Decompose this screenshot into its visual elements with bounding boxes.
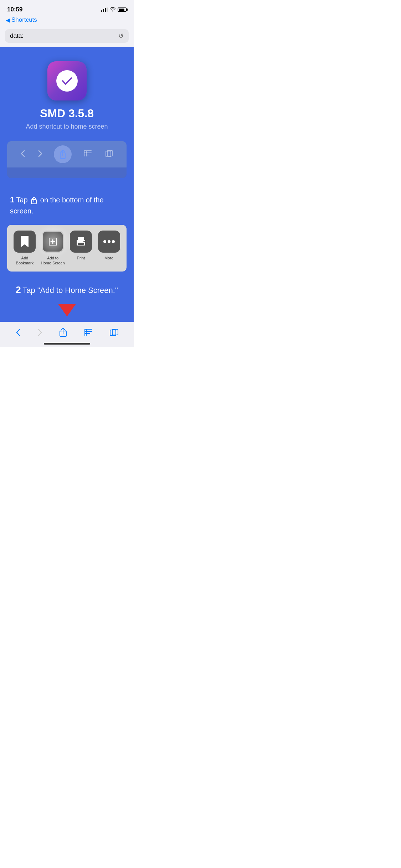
wifi-icon [110, 7, 115, 12]
safari-bottom-bar [0, 322, 134, 339]
status-icons [101, 7, 127, 12]
safari-back-btn[interactable] [12, 326, 24, 339]
step1-content: Tap [16, 196, 30, 204]
red-arrow-icon [56, 299, 78, 318]
signal-icon [101, 7, 108, 12]
forward-browser-btn[interactable] [37, 149, 44, 160]
tabs-browser-btn[interactable] [104, 148, 114, 161]
add-bookmark-label: AddBookmark [16, 255, 34, 266]
url-bar-container: data: ↺ [0, 26, 134, 47]
app-checkmark [56, 70, 78, 92]
status-time: 10:59 [7, 6, 22, 13]
back-browser-btn[interactable] [19, 149, 26, 160]
svg-point-9 [108, 240, 110, 243]
browser-mockup [0, 141, 134, 185]
add-home-icon [42, 231, 64, 253]
url-bar[interactable]: data: ↺ [5, 29, 129, 43]
share-sheet-frame: AddBookmark Add toHome Screen [7, 225, 127, 272]
safari-forward-btn[interactable] [34, 326, 46, 339]
svg-marker-11 [58, 304, 76, 316]
url-text: data: [10, 32, 24, 40]
safari-bookmarks-btn[interactable] [80, 326, 97, 339]
share-item-add-home[interactable]: Add toHome Screen [39, 231, 67, 266]
print-label: Print [77, 255, 85, 260]
red-arrow-container [0, 297, 134, 322]
bookmarks-browser-btn[interactable] [82, 149, 93, 160]
home-bar [44, 343, 90, 345]
safari-share-btn[interactable] [56, 326, 71, 339]
reload-button[interactable]: ↺ [118, 32, 124, 40]
app-icon-section: SMD 3.5.8 Add shortcut to home screen [0, 47, 134, 141]
add-home-label: Add toHome Screen [41, 255, 65, 266]
status-bar: 10:59 [0, 0, 134, 16]
step2-container: 2 Tap "Add to Home Screen." [0, 279, 134, 297]
browser-frame [7, 141, 127, 178]
share-sheet-mockup: AddBookmark Add toHome Screen [0, 225, 134, 279]
main-content: SMD 3.5.8 Add shortcut to home screen [0, 47, 134, 322]
more-icon [98, 231, 120, 253]
app-icon [47, 61, 87, 100]
app-name: SMD 3.5.8 [40, 107, 94, 120]
svg-rect-6 [78, 237, 84, 241]
print-icon [70, 231, 92, 253]
more-label: More [104, 255, 113, 260]
share-item-more: More [95, 231, 123, 260]
battery-icon [118, 7, 127, 12]
share-icon-step1 [31, 197, 37, 205]
svg-rect-5 [78, 243, 84, 245]
svg-point-7 [83, 241, 85, 242]
share-browser-btn[interactable] [54, 145, 72, 163]
step2-number: 2 [16, 284, 21, 295]
share-item-print: Print [67, 231, 95, 260]
back-arrow-icon: ◀ [6, 17, 10, 24]
step1-number: 1 [10, 195, 14, 204]
share-items: AddBookmark Add toHome Screen [11, 231, 123, 266]
safari-tabs-btn[interactable] [106, 326, 122, 339]
browser-toolbar [7, 141, 127, 167]
app-subtitle: Add shortcut to home screen [26, 123, 108, 130]
share-item-add-bookmark: AddBookmark [11, 231, 39, 266]
browser-bottom-bar [7, 167, 127, 178]
svg-point-10 [112, 240, 115, 243]
svg-point-8 [103, 240, 106, 243]
back-navigation[interactable]: ◀ Shortcuts [0, 16, 134, 26]
home-indicator [0, 339, 134, 347]
back-label: Shortcuts [11, 16, 37, 24]
step2-text: Tap "Add to Home Screen." [22, 286, 118, 295]
checkmark-svg [61, 74, 73, 87]
add-bookmark-icon [14, 231, 36, 253]
step1-text: 1 Tap on the bottom of the screen. [0, 185, 134, 225]
